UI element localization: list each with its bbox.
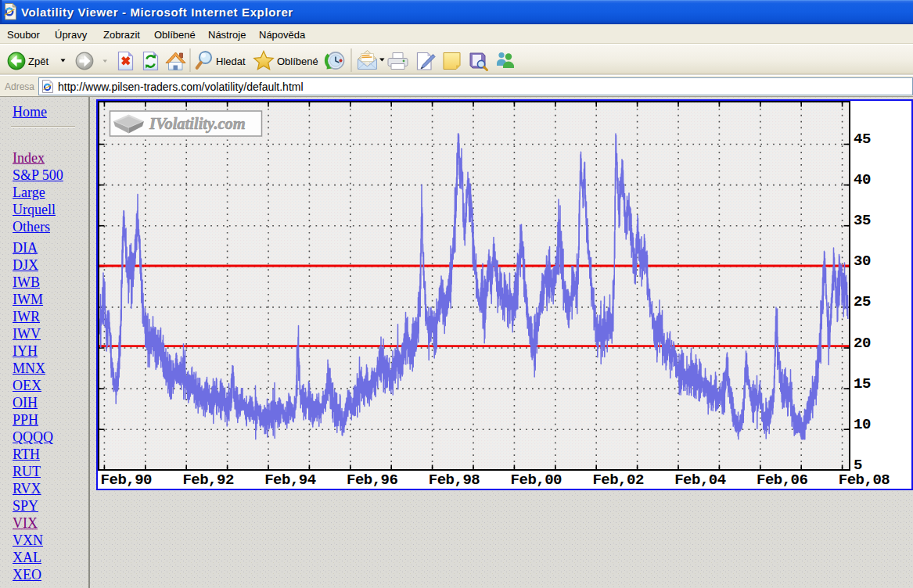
svg-text:30: 30 [854,253,871,270]
svg-text:Feb,90: Feb,90 [101,471,153,489]
svg-text:20: 20 [854,335,871,352]
svg-text:Feb,92: Feb,92 [182,471,234,489]
svg-text:IVolatility.com: IVolatility.com [149,115,246,133]
svg-text:Feb,98: Feb,98 [429,471,480,489]
svg-text:Feb,06: Feb,06 [757,471,808,489]
svg-text:Feb,04: Feb,04 [674,471,726,489]
svg-text:40: 40 [854,171,871,188]
svg-text:45: 45 [854,131,871,148]
svg-text:Feb,08: Feb,08 [839,471,890,489]
svg-text:Feb,00: Feb,00 [511,471,563,489]
svg-text:Feb,02: Feb,02 [592,471,644,489]
svg-text:35: 35 [854,212,871,229]
svg-text:25: 25 [854,293,871,310]
svg-text:Feb,96: Feb,96 [347,471,398,489]
svg-text:Feb,94: Feb,94 [264,471,316,489]
svg-text:10: 10 [854,416,871,433]
svg-text:15: 15 [854,375,871,393]
